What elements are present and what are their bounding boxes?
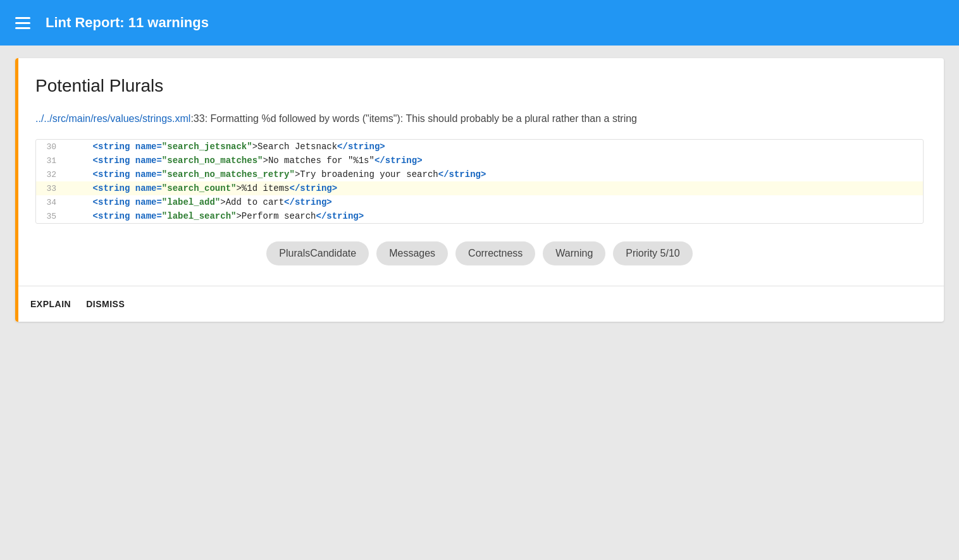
line-content-33: <string name="search_count">%1d items</s…: [66, 183, 342, 193]
card-footer: EXPLAIN DISMISS: [15, 286, 944, 322]
line-num-33: 33: [36, 184, 66, 193]
line-content-30: <string name="search_jetsnack">Search Je…: [66, 142, 390, 152]
dismiss-button[interactable]: DISMISS: [86, 296, 125, 312]
code-block: 30 <string name="search_jetsnack">Search…: [35, 139, 924, 224]
explain-button[interactable]: EXPLAIN: [30, 296, 71, 312]
line-num-32: 32: [36, 170, 66, 180]
code-line-35: 35 <string name="label_search">Perform s…: [36, 209, 923, 223]
issue-file-link[interactable]: ../../src/main/res/values/strings.xml: [35, 113, 190, 124]
line-num-35: 35: [36, 212, 66, 221]
header-title: Lint Report: 11 warnings: [46, 15, 209, 31]
card-body: Potential Plurals ../../src/main/res/val…: [15, 58, 944, 286]
code-line-31: 31 <string name="search_no_matches">No m…: [36, 154, 923, 167]
line-content-31: <string name="search_no_matches">No matc…: [66, 155, 428, 166]
issue-description: ../../src/main/res/values/strings.xml:33…: [35, 111, 924, 126]
tag-correctness: Correctness: [455, 241, 535, 265]
issue-title: Potential Plurals: [35, 76, 924, 96]
tag-messages: Messages: [376, 241, 448, 265]
line-content-35: <string name="label_search">Perform sear…: [66, 211, 369, 221]
line-content-32: <string name="search_no_matches_retry">T…: [66, 169, 491, 180]
main-content: Potential Plurals ../../src/main/res/val…: [0, 46, 959, 334]
code-line-30: 30 <string name="search_jetsnack">Search…: [36, 140, 923, 154]
app-header: Lint Report: 11 warnings: [0, 0, 959, 46]
code-line-34: 34 <string name="label_add">Add to cart<…: [36, 195, 923, 209]
code-line-32: 32 <string name="search_no_matches_retry…: [36, 167, 923, 181]
issue-description-text: :33: Formatting %d followed by words ("i…: [190, 113, 637, 124]
lint-issue-card: Potential Plurals ../../src/main/res/val…: [15, 58, 944, 322]
tag-priority: Priority 5/10: [613, 241, 692, 265]
line-content-34: <string name="label_add">Add to cart</st…: [66, 197, 337, 207]
tag-warning: Warning: [543, 241, 605, 265]
line-num-34: 34: [36, 198, 66, 207]
tag-plurals-candidate: PluralsCandidate: [266, 241, 369, 265]
menu-icon[interactable]: [15, 17, 30, 29]
tags-row: PluralsCandidate Messages Correctness Wa…: [35, 241, 924, 265]
line-num-31: 31: [36, 156, 66, 166]
line-num-30: 30: [36, 142, 66, 152]
code-line-33: 33 <string name="search_count">%1d items…: [36, 181, 923, 195]
